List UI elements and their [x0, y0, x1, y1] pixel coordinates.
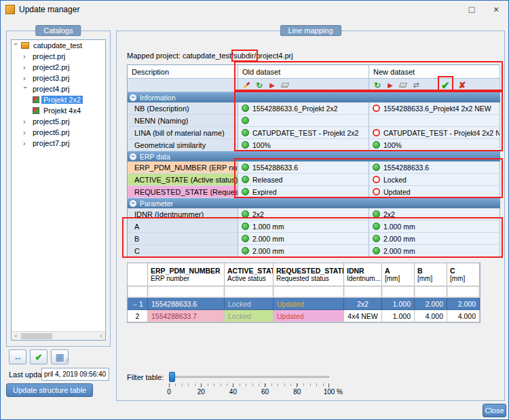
col-header-active-state[interactable]: ACTIVE_STATEActive status — [225, 263, 274, 286]
row-selector[interactable]: →1 — [128, 298, 148, 310]
section-parameter[interactable]: − Parameter — [128, 198, 500, 208]
structure-table: ERP_PDM_NUMBERERP number ACTIVE_STATEAct… — [127, 263, 480, 323]
old-value-a: 1.000 mm — [238, 221, 369, 233]
tree-item-project-prj[interactable]: › project.prj — [12, 51, 105, 62]
table-cell[interactable]: 4x4 NEW — [344, 310, 382, 322]
collapse-icon[interactable]: − — [130, 94, 136, 101]
status-icon — [373, 210, 380, 218]
tree-item-project6-prj[interactable]: › project6.prj — [12, 127, 105, 138]
col-header-b[interactable]: B[mm] — [415, 263, 447, 286]
refresh-icon[interactable]: ↻ — [254, 80, 265, 91]
chevron-collapsed-icon[interactable]: › — [23, 53, 29, 60]
table-cell[interactable]: 4.000 — [415, 310, 447, 322]
tree-item-project7-prj[interactable]: › project7.prj — [12, 138, 105, 149]
new-value-a: 1.000 mm — [369, 221, 500, 233]
table-cell[interactable]: Updated — [274, 298, 344, 310]
table-cell[interactable]: 1.000 — [382, 310, 415, 322]
section-information[interactable]: − Information — [128, 92, 500, 102]
tree-item-projekt-2x2[interactable]: Projekt 2x2 — [12, 94, 105, 105]
tree-item-project2-prj[interactable]: › project2.prj — [12, 62, 105, 73]
refresh-icon[interactable]: ↻ — [372, 80, 383, 91]
table-cell[interactable]: 2.000 — [447, 298, 480, 310]
chevron-expanded-icon[interactable]: › — [22, 86, 29, 92]
chevron-collapsed-icon[interactable]: › — [23, 140, 29, 147]
status-icon — [242, 164, 249, 171]
row-selector[interactable]: 2 — [128, 310, 148, 322]
col-header-erp-pdm-number[interactable]: ERP_PDM_NUMBERERP number — [148, 263, 225, 286]
scrollbar-thumb[interactable] — [21, 333, 52, 339]
filter-input[interactable] — [447, 286, 480, 298]
chevron-expanded-icon[interactable]: › — [13, 43, 20, 48]
collapse-icon[interactable]: − — [130, 200, 136, 207]
tree-item-projekt-4x4[interactable]: Projekt 4x4 — [12, 105, 105, 116]
tree-item-project4-prj[interactable]: › project4.prj — [12, 83, 105, 94]
filter-input[interactable] — [148, 286, 225, 298]
scroll-right-icon[interactable]: › — [96, 332, 105, 339]
table-cell[interactable]: Locked — [225, 310, 274, 322]
compare-icon[interactable]: ⇄ — [411, 80, 421, 91]
sync-button[interactable]: ↔ — [9, 349, 26, 364]
old-value-idnr: 2x2 — [238, 208, 369, 221]
eraser-icon[interactable] — [398, 80, 409, 91]
table-cell[interactable]: Locked — [225, 298, 274, 310]
row-label-a: A — [128, 221, 238, 233]
row-label-active-state: ACTIVE_STATE (Active status) — [128, 174, 238, 186]
col-header-requested-state[interactable]: REQUESTED_STATERequested status — [274, 263, 344, 286]
filter-input[interactable] — [225, 286, 274, 298]
col-header-a[interactable]: A[mm] — [382, 263, 415, 286]
collapse-icon[interactable]: − — [130, 153, 136, 160]
old-dataset-toolbar: ↻ ▶ — [238, 79, 369, 92]
column-header-new-dataset: New dataset — [369, 65, 500, 79]
chevron-collapsed-icon[interactable]: › — [23, 64, 29, 71]
apply-button[interactable]: ✔ — [30, 349, 48, 364]
table-cell[interactable]: Updated — [274, 310, 344, 322]
status-icon — [242, 141, 249, 149]
table-cell[interactable]: 1.000 — [382, 298, 415, 310]
column-header-old-dataset: Old dataset — [238, 65, 369, 79]
section-erp-data[interactable]: − ERP data — [128, 151, 500, 161]
table-cell[interactable]: 4.000 — [447, 310, 480, 322]
maximize-button[interactable]: □ — [459, 1, 484, 18]
chevron-collapsed-icon[interactable]: › — [23, 118, 29, 125]
filter-slider[interactable]: 0 20 40 60 80 100 % — [169, 370, 329, 397]
table-cell[interactable]: 1554288633.7 — [148, 310, 225, 322]
last-update-field[interactable] — [41, 368, 109, 381]
filter-input[interactable] — [274, 286, 344, 298]
tree-item-project5-prj[interactable]: › project5.prj — [12, 116, 105, 127]
col-header-idnr[interactable]: IDNRIdentnum... — [344, 263, 382, 286]
new-value-b: 2.000 mm — [369, 233, 500, 245]
row-label-geometrical-similarity: Geometrical similarity — [128, 139, 238, 151]
old-value-c: 2.000 mm — [238, 245, 369, 257]
close-window-button[interactable]: × — [484, 1, 508, 18]
table-cell[interactable]: 1554288633.6 — [148, 298, 225, 310]
import-icon[interactable]: ▶ — [385, 80, 396, 91]
filter-input[interactable] — [382, 286, 415, 298]
close-button[interactable]: Close — [483, 404, 506, 417]
percent-label: % — [337, 388, 343, 396]
filter-input[interactable] — [344, 286, 382, 298]
tree-item-catupdate-test[interactable]: › catupdate_test — [12, 40, 105, 51]
table-cell[interactable]: 2x2 — [344, 298, 382, 310]
scroll-left-icon[interactable]: ‹ — [12, 332, 20, 339]
status-icon — [373, 129, 380, 136]
chevron-collapsed-icon[interactable]: › — [23, 129, 29, 136]
slider-track[interactable] — [169, 376, 329, 378]
eraser-icon[interactable] — [280, 80, 290, 91]
pen-icon[interactable] — [241, 80, 252, 91]
current-row-arrow-icon: → — [131, 300, 138, 307]
reject-mapping-icon[interactable]: ✘ — [459, 80, 466, 90]
table-cell[interactable]: 2.000 — [415, 298, 447, 310]
slider-handle[interactable] — [169, 372, 175, 382]
import-icon[interactable]: ▶ — [267, 80, 278, 91]
accept-mapping-icon[interactable]: ✔ — [441, 79, 450, 92]
filter-input[interactable] — [415, 286, 447, 298]
tree-horizontal-scrollbar[interactable]: ‹ › — [12, 331, 105, 340]
update-structure-table-button[interactable]: Update structure table — [6, 383, 93, 397]
edit-table-button[interactable]: ▦∕ — [51, 349, 69, 364]
status-icon — [242, 235, 249, 242]
row-label-lina: LINA (bill of material name) — [128, 127, 238, 139]
col-header-c[interactable]: C[mm] — [447, 263, 480, 286]
tree-item-project3-prj[interactable]: › project3.prj — [12, 73, 105, 83]
chevron-collapsed-icon[interactable]: › — [23, 75, 29, 81]
status-icon — [242, 176, 249, 183]
